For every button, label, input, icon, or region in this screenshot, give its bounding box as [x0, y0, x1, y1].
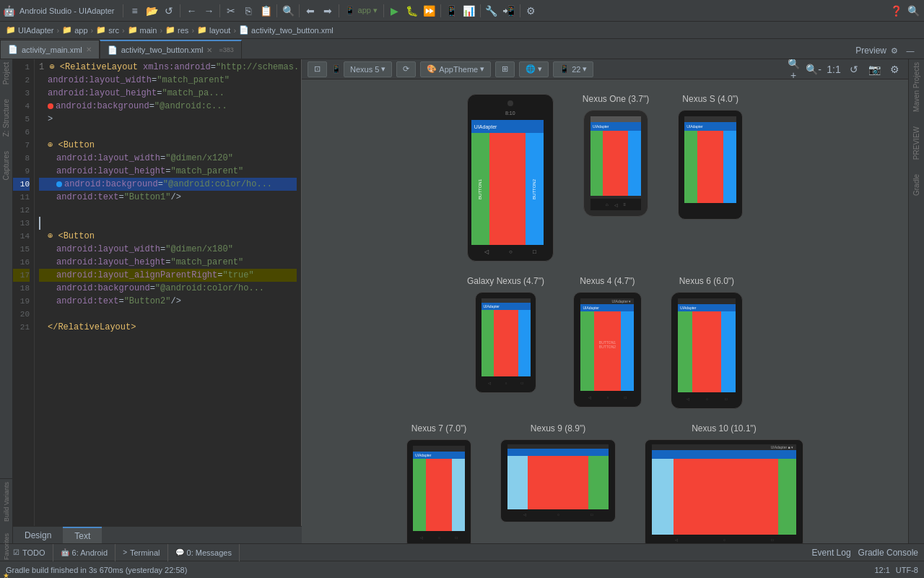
nexus-one-label: Nexus One (3.7") — [583, 94, 649, 104]
folder-btn[interactable]: 📂 — [144, 3, 160, 19]
phone-frame-nexus4: UIAdapter ▾ UIAdapter BUTTON1 BUTTON — [573, 292, 642, 407]
screen-content-nexus5: BUTTON1 BUTTON2 — [471, 133, 544, 245]
line-numbers: 12345 6789 10 1112131415 16 17 18192021 — [13, 59, 35, 526]
orientation-btn[interactable]: ⟳ — [396, 61, 416, 77]
help-btn[interactable]: ❓ — [888, 3, 904, 19]
editor-pane[interactable]: 12345 6789 10 1112131415 16 17 18192021 … — [13, 59, 302, 526]
preview-area: 8:10 UIAdapter BUTTON1 — [302, 79, 908, 543]
locale-btn[interactable]: 🌐 ▾ — [519, 61, 549, 77]
tab-activity-main[interactable]: 📄 activity_main.xml ✕ — [0, 40, 100, 59]
bc-app[interactable]: 📁 app — [62, 25, 87, 35]
sep2 — [180, 4, 180, 17]
bottom-bar: ☑ TODO 🤖 6: Android > Terminal 💬 0: Mess… — [0, 543, 924, 561]
todo-icon: ☑ — [13, 548, 19, 556]
back-nav-btn[interactable]: ⬅ — [302, 3, 318, 19]
tab-close-main[interactable]: ✕ — [86, 46, 92, 53]
bc-layout[interactable]: 📁 layout — [197, 25, 230, 35]
captures-panel-label[interactable]: Captures — [2, 151, 10, 181]
terminal-tab[interactable]: > Terminal — [116, 544, 167, 561]
galaxy-nexus-label: Galaxy Nexus (4.7") — [467, 276, 544, 286]
avd-btn[interactable]: 📲 — [501, 3, 517, 19]
tab-text[interactable]: Text — [63, 527, 102, 544]
android-tab[interactable]: 🤖 6: Android — [53, 544, 116, 561]
device-nexus-one: Nexus One (3.7") UIAdapter — [583, 94, 649, 217]
profile-btn[interactable]: 📊 — [461, 3, 477, 19]
device-nexus9: Nexus 9 (8.9") — [500, 423, 616, 522]
time: 8:10 — [505, 111, 515, 116]
bc-uiadapter[interactable]: 📁 UIAdapter — [6, 25, 54, 35]
sep4 — [276, 4, 277, 17]
phone-nav-nexus5: ◁ ○ □ — [474, 248, 546, 255]
phone-frame-nexus5: 8:10 UIAdapter BUTTON1 — [467, 94, 554, 262]
theme-btn[interactable]: 🎨 AppTheme ▾ — [420, 61, 491, 77]
favorites-label[interactable]: Favorites — [3, 533, 10, 560]
preview-settings-btn[interactable]: ⚙ — [886, 43, 902, 59]
bc-src[interactable]: 📁 src — [96, 25, 119, 35]
menu-btn[interactable]: ≡ — [126, 3, 142, 19]
nexus9-label: Nexus 9 (8.9") — [531, 423, 585, 434]
zoom-actual-btn[interactable]: 1:1 — [826, 61, 842, 77]
tab-close-two[interactable]: ✕ — [206, 46, 212, 54]
code-line-7: ⊕ <Button — [39, 139, 297, 152]
device-select-btn[interactable]: Nexus 5 ▾ — [344, 61, 392, 77]
run-btn[interactable]: ▶ — [387, 3, 403, 19]
screenshot-btn[interactable]: 📷 — [866, 61, 882, 77]
top-toolbar: 🤖 Android Studio - UIAdapter ≡ 📂 ↺ ← → ✂… — [0, 0, 924, 22]
bc-res[interactable]: 📁 res — [165, 25, 188, 35]
api-btn[interactable]: 📱 22 ▾ — [553, 61, 593, 77]
tab-design[interactable]: Design — [13, 527, 63, 544]
structure-panel-label[interactable]: Z: Structure — [2, 99, 10, 137]
tab-activity-two-button[interactable]: 📄 activity_two_button.xml ✕ =383 — [100, 40, 242, 59]
status-bar: Gradle build finished in 3s 670ms (yeste… — [0, 561, 924, 578]
redo-btn[interactable]: → — [201, 3, 217, 19]
nexus6-label: Nexus 6 (6.0") — [679, 276, 734, 286]
device-nexus6: Nexus 6 (6.0") UIAdapter — [671, 276, 743, 409]
refresh-btn[interactable]: ↺ — [161, 3, 177, 19]
preview-label-right[interactable]: PREVIEW — [912, 126, 920, 160]
copy-btn[interactable]: ⎘ — [240, 3, 256, 19]
preview-close-btn[interactable]: — — [902, 43, 918, 59]
gradle-console-link[interactable]: Gradle Console — [858, 548, 918, 558]
sdk-btn[interactable]: 🔧 — [484, 3, 500, 19]
editor-container: 12345 6789 10 1112131415 16 17 18192021 … — [13, 59, 302, 543]
messages-tab[interactable]: 💬 0: Messages — [168, 544, 240, 561]
sep10 — [520, 4, 520, 17]
event-log-link[interactable]: Event Log — [812, 548, 851, 558]
preview-config-btn[interactable]: ⚙ — [886, 61, 902, 77]
todo-tab[interactable]: ☑ TODO — [6, 544, 53, 561]
code-line-13 — [39, 217, 297, 230]
content-area: Project Z: Structure Captures 12345 6789… — [0, 59, 924, 543]
zoom-in-btn[interactable]: 🔍+ — [785, 61, 801, 77]
sep5 — [299, 4, 300, 17]
settings-btn[interactable]: ⚙ — [523, 3, 539, 19]
terminal-icon: > — [123, 548, 127, 556]
encoding: UTF-8 — [896, 566, 918, 574]
zoom-fit-btn[interactable]: ⊡ — [308, 61, 327, 77]
layout-btn[interactable]: ⊞ — [495, 61, 515, 77]
phone-frame-nexus6: UIAdapter ◁ ○ — [671, 292, 743, 409]
preview-container: ⊡ 📱 Nexus 5 ▾ ⟳ 🎨 AppTheme ▾ ⊞ 🌐 ▾ 📱 22 … — [302, 59, 908, 543]
refresh-preview-btn[interactable]: ↺ — [846, 61, 862, 77]
maven-projects-label[interactable]: Maven Projects — [912, 62, 920, 112]
gradle-label[interactable]: Gradle — [912, 174, 920, 196]
project-panel-label[interactable]: Project — [2, 62, 10, 85]
build-variants-label[interactable]: Build Variants — [3, 482, 10, 522]
camera — [507, 100, 513, 106]
debug-btn[interactable]: 🐛 — [404, 3, 420, 19]
search-btn[interactable]: 🔍 — [905, 3, 921, 19]
cut-btn[interactable]: ✂ — [223, 3, 239, 19]
run-test-btn[interactable]: ⏩ — [422, 3, 437, 19]
fwd-nav-btn[interactable]: ➡ — [320, 3, 336, 19]
device-btn[interactable]: 📱 — [444, 3, 460, 19]
code-line-11: android:text="Button1"/> — [39, 191, 297, 204]
undo-btn[interactable]: ← — [183, 3, 199, 19]
tablet-frame-nexus10: UIAdapter ■ ▾ ◁ — [645, 439, 803, 543]
code-line-2: android:layout_width="match_parent" — [39, 74, 297, 87]
bc-main[interactable]: 📁 main — [128, 25, 157, 35]
code-line-9: android:layout_height="match_parent" — [39, 165, 297, 178]
bc-file[interactable]: 📄 activity_two_button.xml — [239, 25, 334, 35]
find-btn[interactable]: 🔍 — [280, 3, 296, 19]
zoom-out-btn[interactable]: 🔍- — [806, 61, 821, 77]
code-line-4: android:background="@android:c... — [39, 100, 297, 113]
paste-btn[interactable]: 📋 — [258, 3, 274, 19]
